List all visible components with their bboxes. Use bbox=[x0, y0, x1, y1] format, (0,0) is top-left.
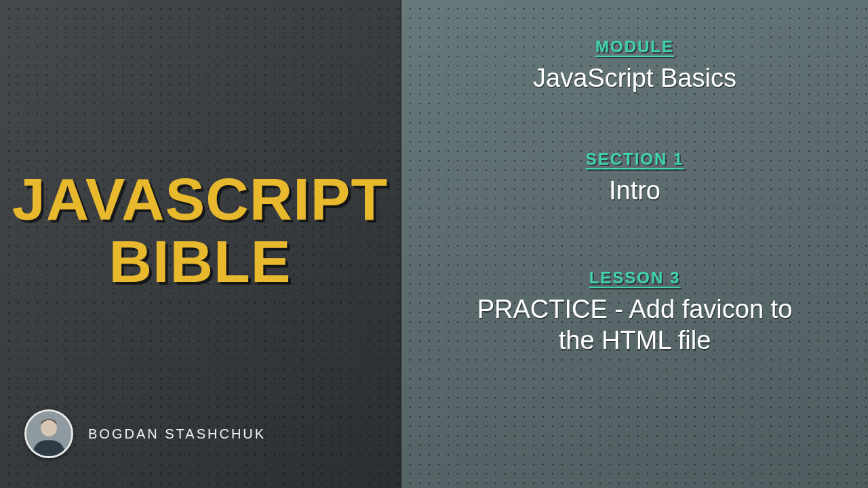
slide: JAVASCRIPT BIBLE BOGDAN STASHCHUK MODULE… bbox=[0, 0, 868, 488]
title-line-1: JAVASCRIPT bbox=[12, 165, 388, 232]
avatar bbox=[24, 409, 73, 458]
lesson-value: PRACTICE - Add favicon to the HTML file bbox=[458, 294, 811, 356]
title-line-2: BIBLE bbox=[109, 228, 292, 295]
lesson-label: LESSON 3 bbox=[458, 268, 811, 287]
section-label: SECTION 1 bbox=[586, 150, 684, 169]
course-title: JAVASCRIPT BIBLE bbox=[12, 168, 388, 293]
author-row: BOGDAN STASHCHUK bbox=[24, 409, 266, 458]
section-value: Intro bbox=[586, 176, 684, 207]
module-label: MODULE bbox=[533, 37, 736, 56]
right-panel: MODULE JavaScript Basics SECTION 1 Intro… bbox=[401, 0, 868, 488]
section-block: SECTION 1 Intro bbox=[586, 150, 684, 207]
module-block: MODULE JavaScript Basics bbox=[533, 37, 736, 94]
author-name: BOGDAN STASHCHUK bbox=[88, 426, 266, 442]
lesson-block: LESSON 3 PRACTICE - Add favicon to the H… bbox=[458, 268, 811, 356]
left-panel: JAVASCRIPT BIBLE BOGDAN STASHCHUK bbox=[0, 0, 401, 488]
module-value: JavaScript Basics bbox=[533, 63, 736, 94]
person-icon bbox=[26, 411, 71, 456]
svg-point-1 bbox=[41, 420, 57, 436]
